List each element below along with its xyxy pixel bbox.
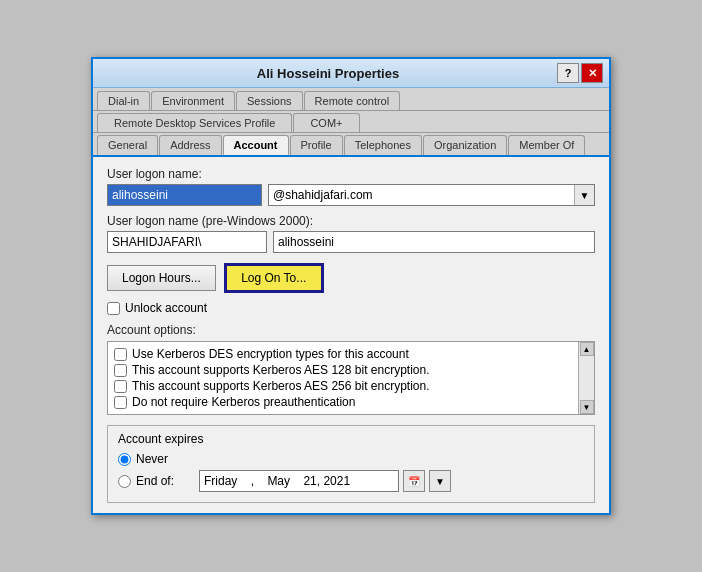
option-row-3: Do not require Kerberos preauthenticatio…: [114, 394, 588, 410]
scroll-track: [580, 356, 594, 400]
options-box: Use Kerberos DES encryption types for th…: [107, 341, 595, 415]
tab-com[interactable]: COM+: [293, 113, 359, 132]
tab-general[interactable]: General: [97, 135, 158, 155]
option-checkbox-0[interactable]: [114, 348, 127, 361]
never-label: Never: [136, 452, 168, 466]
option-checkbox-2[interactable]: [114, 380, 127, 393]
never-row: Never: [118, 452, 584, 466]
option-row-0: Use Kerberos DES encryption types for th…: [114, 346, 588, 362]
calendar-icon[interactable]: 📅: [403, 470, 425, 492]
unlock-label: Unlock account: [125, 301, 207, 315]
logon-name-row: @shahidjafari.com ▼: [107, 184, 595, 206]
never-radio[interactable]: [118, 453, 131, 466]
dropdown-arrow-icon[interactable]: ▼: [574, 185, 594, 205]
log-on-to-button[interactable]: Log On To...: [224, 263, 324, 293]
tab-account[interactable]: Account: [223, 135, 289, 155]
option-label-3: Do not require Kerberos preauthenticatio…: [132, 395, 355, 409]
tab-dialin[interactable]: Dial-in: [97, 91, 150, 110]
expires-group: Account expires Never End of: 📅 ▼: [107, 425, 595, 503]
tab-telephones[interactable]: Telephones: [344, 135, 422, 155]
tab-address[interactable]: Address: [159, 135, 221, 155]
properties-window: Ali Hosseini Properties ? ✕ Dial-in Envi…: [91, 57, 611, 515]
option-label-2: This account supports Kerberos AES 256 b…: [132, 379, 430, 393]
option-label-1: This account supports Kerberos AES 128 b…: [132, 363, 430, 377]
end-of-row: End of: 📅 ▼: [118, 470, 584, 492]
help-button[interactable]: ?: [557, 63, 579, 83]
option-row-2: This account supports Kerberos AES 256 b…: [114, 378, 588, 394]
buttons-row: Logon Hours... Log On To...: [107, 263, 595, 293]
close-button[interactable]: ✕: [581, 63, 603, 83]
options-scrollbar[interactable]: ▲ ▼: [578, 342, 594, 414]
logon-name-input[interactable]: [107, 184, 262, 206]
pre-win-group: User logon name (pre-Windows 2000):: [107, 214, 595, 253]
unlock-row: Unlock account: [107, 301, 595, 315]
expires-title: Account expires: [118, 432, 584, 446]
date-picker-row: 📅 ▼: [199, 470, 451, 492]
option-row-1: This account supports Kerberos AES 128 b…: [114, 362, 588, 378]
tab-environment[interactable]: Environment: [151, 91, 235, 110]
scroll-up-icon[interactable]: ▲: [580, 342, 594, 356]
window-title: Ali Hosseini Properties: [99, 66, 557, 81]
pre-win-label: User logon name (pre-Windows 2000):: [107, 214, 595, 228]
tab-organization[interactable]: Organization: [423, 135, 507, 155]
tabs-row3: General Address Account Profile Telephon…: [93, 133, 609, 157]
title-bar: Ali Hosseini Properties ? ✕: [93, 59, 609, 88]
content-area: User logon name: @shahidjafari.com ▼ Use…: [93, 157, 609, 513]
pre-win-username-input[interactable]: [273, 231, 595, 253]
logon-name-label: User logon name:: [107, 167, 595, 181]
unlock-checkbox[interactable]: [107, 302, 120, 315]
domain-value: @shahidjafari.com: [269, 186, 574, 204]
tab-memberof[interactable]: Member Of: [508, 135, 585, 155]
logon-hours-button[interactable]: Logon Hours...: [107, 265, 216, 291]
scroll-down-icon[interactable]: ▼: [580, 400, 594, 414]
tab-rdp[interactable]: Remote Desktop Services Profile: [97, 113, 292, 132]
account-options-label: Account options:: [107, 323, 595, 337]
pre-win-row: [107, 231, 595, 253]
tab-sessions[interactable]: Sessions: [236, 91, 303, 110]
date-dropdown-icon[interactable]: ▼: [429, 470, 451, 492]
date-input[interactable]: [199, 470, 399, 492]
option-checkbox-3[interactable]: [114, 396, 127, 409]
option-checkbox-1[interactable]: [114, 364, 127, 377]
account-options-group: Account options: Use Kerberos DES encryp…: [107, 323, 595, 415]
tabs-row1: Dial-in Environment Sessions Remote cont…: [93, 88, 609, 111]
tab-remote-control[interactable]: Remote control: [304, 91, 401, 110]
option-label-0: Use Kerberos DES encryption types for th…: [132, 347, 409, 361]
options-scroll: Use Kerberos DES encryption types for th…: [114, 346, 588, 410]
logon-name-group: User logon name: @shahidjafari.com ▼: [107, 167, 595, 206]
tabs-row2: Remote Desktop Services Profile COM+: [93, 111, 609, 133]
domain-dropdown[interactable]: @shahidjafari.com ▼: [268, 184, 595, 206]
tab-profile[interactable]: Profile: [290, 135, 343, 155]
end-of-label: End of:: [136, 474, 174, 488]
title-controls: ? ✕: [557, 63, 603, 83]
pre-win-domain-input[interactable]: [107, 231, 267, 253]
end-of-radio[interactable]: [118, 475, 131, 488]
